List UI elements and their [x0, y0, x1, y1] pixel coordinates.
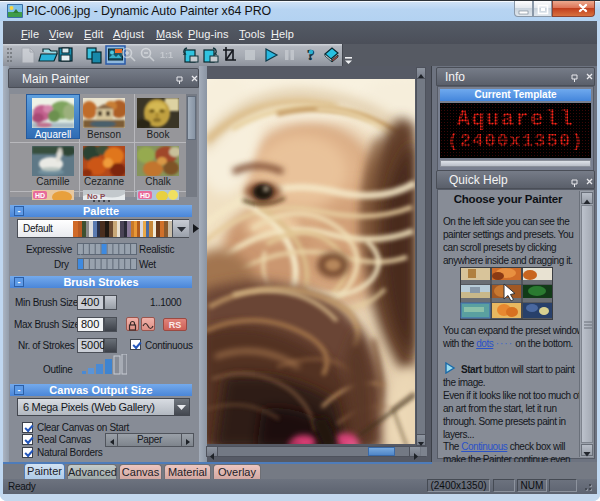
svg-text:HD: HD: [140, 192, 150, 199]
svg-text:?: ?: [307, 47, 315, 63]
svg-text:HD: HD: [35, 192, 45, 199]
svg-text:1:1: 1:1: [160, 50, 173, 60]
svg-text:No P: No P: [87, 192, 106, 200]
